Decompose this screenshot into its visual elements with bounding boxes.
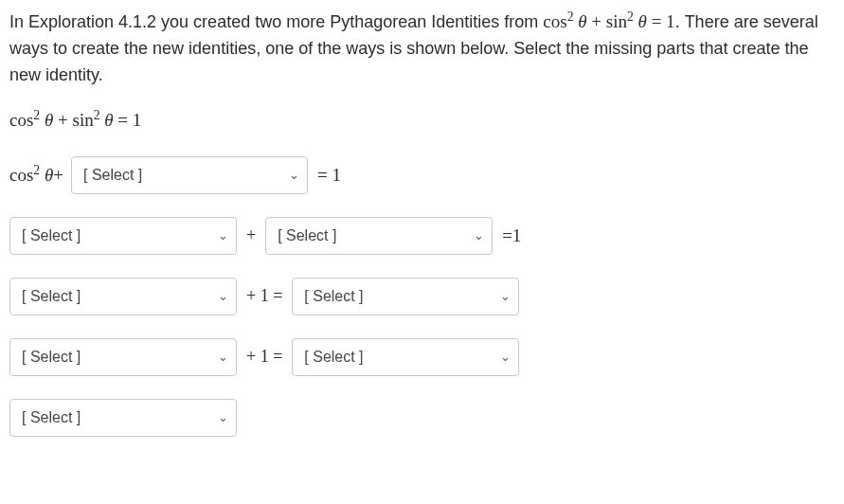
select-placeholder: [ Select ]	[22, 346, 81, 369]
row4-select-a[interactable]: [ Select ] ⌄	[9, 338, 237, 376]
chevron-down-icon: ⌄	[289, 166, 299, 185]
select-placeholder: [ Select ]	[22, 225, 81, 248]
intro-identity-math: cos2 θ + sin2 θ = 1	[543, 11, 674, 31]
chevron-down-icon: ⌄	[218, 408, 228, 427]
row2-select-a[interactable]: [ Select ] ⌄	[9, 217, 237, 255]
row3-select-a[interactable]: [ Select ] ⌄	[9, 278, 237, 315]
select-placeholder: [ Select ]	[278, 225, 336, 248]
row1-select[interactable]: [ Select ] ⌄	[71, 156, 308, 194]
chevron-down-icon: ⌄	[474, 226, 484, 245]
row2-after: =1	[502, 222, 521, 249]
chevron-down-icon: ⌄	[218, 226, 228, 245]
chevron-down-icon: ⌄	[218, 348, 228, 367]
row1-after: = 1	[317, 161, 341, 189]
select-placeholder: [ Select ]	[83, 164, 142, 188]
step-row-4: [ Select ] ⌄ + 1 = [ Select ] ⌄	[9, 338, 835, 376]
step-row-5: [ Select ] ⌄	[9, 399, 835, 437]
row4-mid: + 1 =	[242, 344, 286, 370]
intro-text-1: In Exploration 4.1.2 you created two mor…	[9, 12, 543, 31]
intro-paragraph: In Exploration 4.1.2 you created two mor…	[9, 8, 835, 89]
row2-mid: +	[242, 223, 260, 249]
select-placeholder: [ Select ]	[304, 346, 363, 369]
row2-select-b[interactable]: [ Select ] ⌄	[265, 217, 493, 255]
select-placeholder: [ Select ]	[304, 285, 363, 309]
step-row-1: cos2 θ+ [ Select ] ⌄ = 1	[9, 156, 835, 194]
row5-select-a[interactable]: [ Select ] ⌄	[9, 399, 237, 437]
row3-select-b[interactable]: [ Select ] ⌄	[292, 278, 519, 315]
base-identity: cos2 θ + sin2 θ = 1	[9, 106, 835, 134]
select-placeholder: [ Select ]	[22, 285, 81, 309]
step-row-2: [ Select ] ⌄ + [ Select ] ⌄ =1	[9, 217, 835, 255]
select-placeholder: [ Select ]	[22, 406, 81, 430]
row4-select-b[interactable]: [ Select ] ⌄	[292, 338, 519, 376]
row1-lead-math: cos2 θ+	[9, 161, 63, 189]
chevron-down-icon: ⌄	[500, 287, 511, 306]
step-row-3: [ Select ] ⌄ + 1 = [ Select ] ⌄	[9, 278, 835, 315]
row3-mid: + 1 =	[242, 283, 286, 310]
chevron-down-icon: ⌄	[218, 287, 228, 306]
chevron-down-icon: ⌄	[500, 348, 511, 367]
